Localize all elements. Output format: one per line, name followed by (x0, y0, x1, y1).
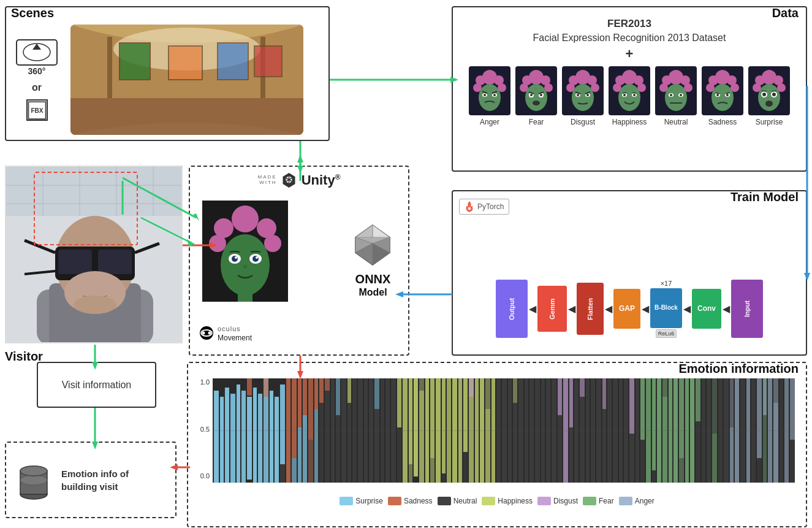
svg-point-159 (468, 207, 471, 210)
svg-point-24 (493, 94, 496, 96)
svg-point-76 (670, 94, 672, 96)
svg-rect-208 (374, 378, 379, 409)
svg-point-144 (256, 256, 258, 259)
legend-label-happiness: Happiness (498, 497, 533, 505)
svg-line-103 (762, 91, 767, 91)
svg-rect-187 (298, 427, 302, 483)
emotion-label-surprise: Surprise (756, 118, 783, 126)
svg-rect-195 (319, 378, 324, 403)
legend-color-fear (583, 497, 596, 505)
svg-point-105 (765, 101, 773, 107)
svg-point-147 (200, 326, 213, 340)
svg-rect-193 (314, 409, 318, 483)
svg-rect-168 (220, 397, 224, 483)
svg-rect-7 (70, 98, 303, 135)
svg-rect-170 (230, 394, 235, 483)
svg-rect-252 (558, 378, 562, 415)
emotion-disgust: Disgust (562, 66, 604, 126)
svg-point-89 (726, 94, 729, 96)
block-gemm: Gemm (537, 286, 567, 332)
emotion-sadness: Sadness (702, 66, 743, 126)
avatar-image (202, 201, 288, 302)
svg-rect-13 (254, 46, 282, 77)
svg-rect-182 (280, 464, 285, 483)
oculus-logo-icon (199, 326, 214, 340)
svg-point-141 (232, 256, 238, 262)
svg-point-64 (633, 94, 636, 96)
svg-point-77 (680, 94, 682, 96)
legend-label-anger: Anger (635, 497, 655, 505)
svg-point-137 (264, 235, 281, 252)
svg-rect-180 (275, 397, 279, 483)
emotion-info-label: Emotion information (678, 362, 799, 376)
svg-rect-185 (292, 458, 297, 483)
fer-title: FER2013 Facial Expression Recognition 20… (533, 17, 726, 45)
legend-disgust: Disgust (537, 497, 578, 505)
svg-rect-299 (757, 378, 762, 458)
svg-line-65 (623, 93, 626, 93)
onnx-area: ONNX Model (350, 222, 396, 298)
svg-rect-203 (347, 378, 351, 403)
legend-label-fear: Fear (599, 497, 614, 505)
legend-neutral: Neutral (438, 497, 477, 505)
svg-rect-300 (757, 458, 762, 483)
svg-rect-278 (662, 378, 667, 397)
svg-point-101 (762, 93, 766, 96)
degree-text: 360° (28, 66, 46, 76)
svg-rect-179 (270, 391, 273, 483)
emotion-fear: Fear (515, 66, 557, 126)
svg-point-63 (623, 94, 626, 96)
legend-label-disgust: Disgust (553, 497, 578, 505)
svg-point-162 (20, 475, 47, 485)
fbx-icon: FBX (26, 99, 48, 121)
svg-rect-181 (280, 385, 285, 464)
svg-point-23 (484, 94, 486, 96)
svg-rect-174 (247, 378, 252, 396)
pytorch-text: PyTorch (477, 202, 504, 211)
data-label: Data (772, 6, 799, 20)
scenes-box: Scenes 360° or FBX (5, 6, 330, 141)
onnx-text: ONNX Model (355, 272, 391, 298)
neural-network-blocks: Output ◀ Gemm ◀ Flatten ◀ GAP ◀ ×17 B-Bl… (462, 275, 797, 342)
or-text: or (32, 82, 42, 93)
svg-point-164 (20, 466, 47, 476)
legend-color-anger (619, 497, 632, 505)
svg-point-102 (772, 93, 776, 96)
emotion-chart-box: Emotion information 1.0 0.5 0.0 (187, 362, 807, 527)
plus-sign: + (626, 46, 634, 62)
block-bblock-wrapper: ×17 B-Block ReLu6 (650, 280, 682, 338)
emotion-db-box: Emotion info of building visit (5, 442, 176, 518)
emotion-happiness: Happiness (609, 66, 650, 126)
svg-rect-231 (463, 452, 468, 483)
svg-rect-217 (409, 464, 412, 483)
block-conv: Conv (692, 289, 721, 329)
svg-point-126 (74, 296, 116, 314)
svg-rect-176 (258, 394, 262, 483)
svg-point-145 (243, 265, 247, 269)
scene-photo (70, 25, 303, 135)
emotion-db-text: Emotion info of building visit (61, 467, 166, 493)
svg-rect-178 (264, 378, 268, 397)
train-model-box: Train Model PyTorch Output ◀ Gemm ◀ Flat… (452, 190, 807, 356)
svg-rect-294 (730, 378, 734, 427)
emotion-label-neutral: Neutral (664, 118, 688, 126)
svg-rect-120 (58, 250, 92, 274)
svg-rect-243 (513, 378, 517, 403)
emotion-label-anger: Anger (480, 118, 499, 126)
legend-anger: Anger (619, 497, 655, 505)
onnx-diamond-icon (350, 222, 396, 268)
panorama-360-icon: 360° (15, 39, 58, 76)
svg-rect-237 (485, 378, 490, 409)
oculus-area: oculus Movement (199, 324, 252, 342)
unity-name: Unity® (302, 172, 341, 188)
legend-label-neutral: Neutral (453, 497, 477, 505)
legend-color-surprise (340, 497, 353, 505)
svg-point-60 (618, 84, 640, 111)
block-input: Input (731, 280, 763, 338)
svg-rect-8 (107, 37, 112, 98)
svg-point-149 (202, 332, 205, 335)
svg-rect-199 (336, 378, 340, 415)
svg-rect-11 (169, 46, 202, 80)
legend-sadness: Sadness (388, 497, 433, 505)
relu-badge: ReLu6 (656, 329, 677, 338)
